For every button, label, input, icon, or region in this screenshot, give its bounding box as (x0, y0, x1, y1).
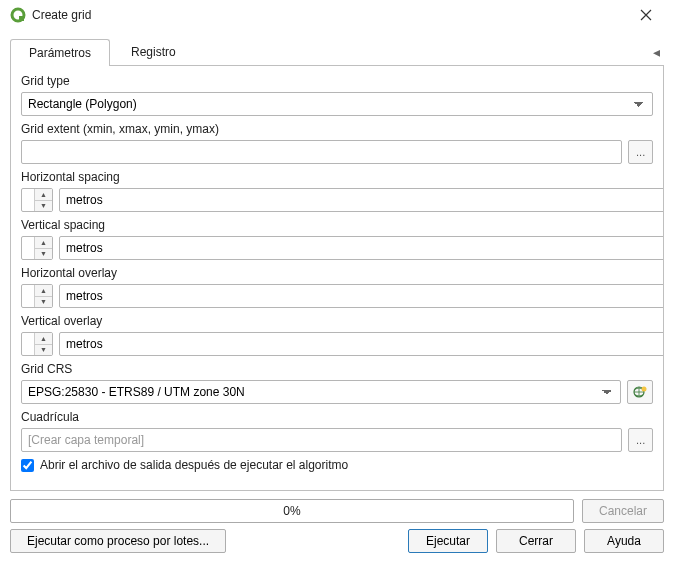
grid-extent-browse-button[interactable]: ... (628, 140, 653, 164)
qgis-icon (10, 7, 26, 23)
label-grid-crs: Grid CRS (21, 362, 653, 376)
close-button[interactable]: Cerrar (496, 529, 576, 553)
v-spacing-spinner[interactable]: ▲▼ (34, 237, 52, 259)
run-batch-button[interactable]: Ejecutar como proceso por lotes... (10, 529, 226, 553)
label-h-overlay: Horizontal overlay (21, 266, 653, 280)
h-spacing-spinner[interactable]: ▲▼ (34, 189, 52, 211)
titlebar: Create grid (0, 0, 674, 30)
label-v-spacing: Vertical spacing (21, 218, 653, 232)
svg-point-3 (642, 387, 647, 392)
label-grid-extent: Grid extent (xmin, xmax, ymin, ymax) (21, 122, 653, 136)
label-open-after: Abrir el archivo de salida después de ej… (40, 458, 348, 472)
run-button[interactable]: Ejecutar (408, 529, 488, 553)
close-window-button[interactable] (626, 1, 666, 29)
progress-text: 0% (283, 504, 300, 518)
cancel-button[interactable]: Cancelar (582, 499, 664, 523)
v-overlay-spinner[interactable]: ▲▼ (34, 333, 52, 355)
spin-down-icon[interactable]: ▼ (35, 201, 52, 212)
spin-down-icon[interactable]: ▼ (35, 249, 52, 260)
tab-registro[interactable]: Registro (112, 38, 195, 65)
label-h-spacing: Horizontal spacing (21, 170, 653, 184)
output-layer-input[interactable] (21, 428, 622, 452)
svg-rect-1 (19, 16, 24, 21)
output-browse-button[interactable]: ... (628, 428, 653, 452)
spin-up-icon[interactable]: ▲ (35, 333, 52, 345)
spin-down-icon[interactable]: ▼ (35, 345, 52, 356)
label-cuadricula: Cuadrícula (21, 410, 653, 424)
grid-extent-input[interactable] (21, 140, 622, 164)
label-v-overlay: Vertical overlay (21, 314, 653, 328)
tabbar: Parámetros Registro ◂ (10, 38, 664, 66)
help-button[interactable]: Ayuda (584, 529, 664, 553)
v-spacing-unit-select[interactable]: metros (59, 236, 664, 260)
dialog-body: Parámetros Registro ◂ Grid type Rectangl… (0, 30, 674, 563)
close-icon (640, 9, 652, 21)
tab-parametros[interactable]: Parámetros (10, 39, 110, 66)
parameters-panel: Grid type Rectangle (Polygon) Grid exten… (10, 66, 664, 491)
window-title: Create grid (32, 8, 91, 22)
grid-type-select[interactable]: Rectangle (Polygon) (21, 92, 653, 116)
globe-icon (632, 384, 648, 400)
h-spacing-unit-select[interactable]: metros (59, 188, 664, 212)
grid-crs-select[interactable]: EPSG:25830 - ETRS89 / UTM zone 30N (21, 380, 621, 404)
v-overlay-unit-select[interactable]: metros (59, 332, 664, 356)
progress-bar: 0% (10, 499, 574, 523)
spin-up-icon[interactable]: ▲ (35, 285, 52, 297)
h-overlay-spinner[interactable]: ▲▼ (34, 285, 52, 307)
create-grid-dialog: Create grid Parámetros Registro ◂ Grid t… (0, 0, 674, 563)
open-after-checkbox[interactable] (21, 459, 34, 472)
collapse-help-arrow[interactable]: ◂ (649, 44, 664, 60)
spin-down-icon[interactable]: ▼ (35, 297, 52, 308)
spin-up-icon[interactable]: ▲ (35, 237, 52, 249)
h-overlay-unit-select[interactable]: metros (59, 284, 664, 308)
label-grid-type: Grid type (21, 74, 653, 88)
crs-picker-button[interactable] (627, 380, 653, 404)
spin-up-icon[interactable]: ▲ (35, 189, 52, 201)
